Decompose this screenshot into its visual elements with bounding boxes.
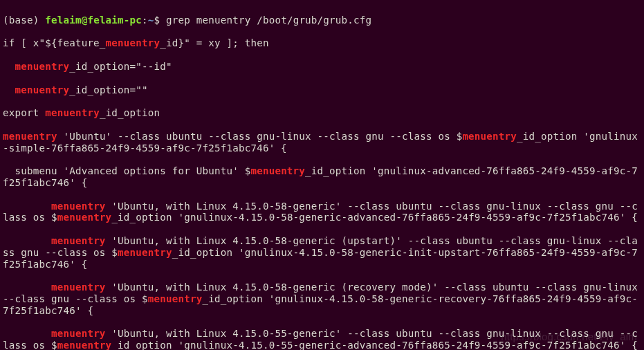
prompt-path: ~ — [148, 15, 154, 26]
grep-match: menuentry — [51, 201, 106, 212]
prompt-dollar: $ — [154, 15, 166, 26]
output-line: menuentry 'Ubuntu' --class ubuntu --clas… — [3, 131, 641, 154]
output-line: if [ x"${feature_menuentry_id}" = xy ]; … — [3, 37, 641, 49]
grep-match: menuentry — [51, 235, 106, 246]
grep-match: menuentry — [106, 37, 160, 48]
output-line: menuentry_id_option="--id" — [3, 61, 641, 73]
grep-match: menuentry — [462, 131, 517, 142]
output-line: menuentry 'Ubuntu, with Linux 4.15.0-58-… — [3, 282, 641, 316]
command-text: grep menuentry /boot/grub/grub.cfg — [166, 15, 371, 26]
output-line: submenu 'Advanced options for Ubuntu' $m… — [3, 165, 641, 189]
prompt-base: (base) — [3, 15, 45, 26]
grep-match: menuentry — [51, 328, 106, 339]
grep-match: menuentry — [15, 84, 69, 95]
output-line: menuentry 'Ubuntu, with Linux 4.15.0-58-… — [3, 201, 641, 224]
output-line: menuentry 'Ubuntu, with Linux 4.15.0-55-… — [3, 328, 641, 350]
grep-match: menuentry — [45, 107, 100, 118]
grep-match: menuentry — [15, 61, 69, 72]
prompt-line-1: (base) felaim@felaim-pc:~$ grep menuentr… — [3, 15, 641, 26]
grep-match: menuentry — [250, 165, 305, 176]
grep-match: menuentry — [51, 282, 106, 293]
grep-match: menuentry — [118, 247, 172, 258]
grep-match: menuentry — [57, 212, 112, 223]
grep-match: menuentry — [57, 340, 112, 350]
output-line: export menuentry_id_option — [3, 107, 641, 119]
prompt-userhost: felaim@felaim-pc — [45, 15, 142, 26]
grep-match: menuentry — [3, 131, 57, 142]
prompt-colon: : — [142, 15, 148, 26]
output-line: menuentry_id_option="" — [3, 84, 641, 96]
terminal-output[interactable]: (base) felaim@felaim-pc:~$ grep menuentr… — [0, 0, 644, 350]
grep-match: menuentry — [148, 293, 203, 304]
output-line: menuentry 'Ubuntu, with Linux 4.15.0-58-… — [3, 235, 641, 270]
